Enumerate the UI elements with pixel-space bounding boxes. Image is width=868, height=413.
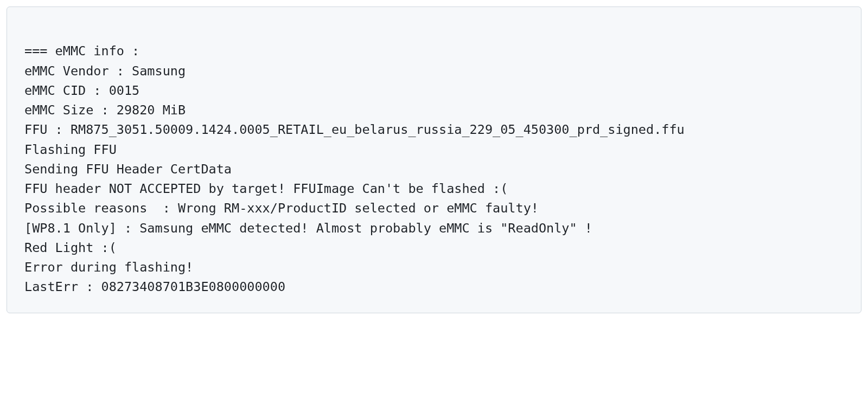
code-content: === eMMC info : eMMC Vendor : Samsung eM… <box>24 43 685 294</box>
code-block: === eMMC info : eMMC Vendor : Samsung eM… <box>7 7 861 313</box>
